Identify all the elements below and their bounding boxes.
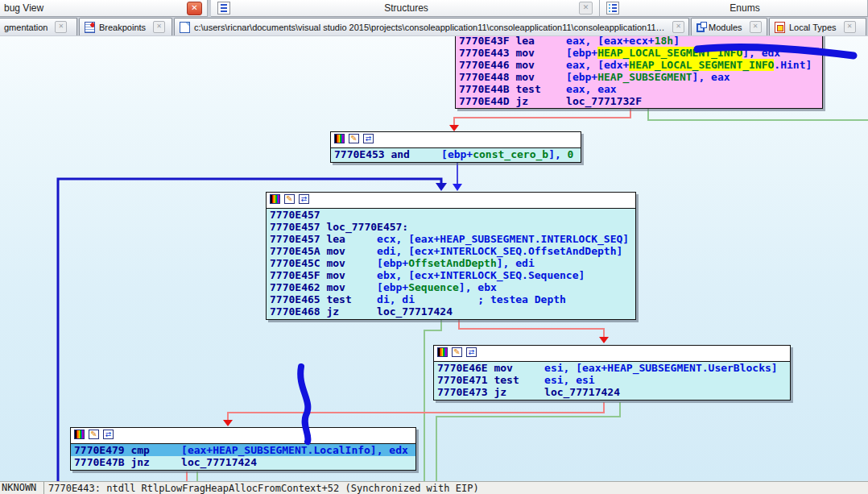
tab-label: c:\users\ricnar\documents\visual studio … bbox=[190, 23, 669, 32]
graph-canvas[interactable]: 7770E43F lea eax, [eax+ecx+18h]7770E443 … bbox=[0, 0, 868, 481]
tab-label: Breakpoints bbox=[95, 23, 150, 32]
tab-local-types[interactable]: Local Types ✕ bbox=[769, 18, 866, 35]
ida-graph-window: 7770E43F lea eax, [eax+ecx+18h]7770E443 … bbox=[0, 0, 868, 494]
document-icon bbox=[180, 22, 190, 33]
tab-label: Modules bbox=[705, 23, 746, 32]
close-icon[interactable]: ✕ bbox=[153, 21, 165, 33]
tab-fragmentation[interactable]: gmentation ✕ bbox=[0, 18, 77, 35]
close-icon[interactable]: ✕ bbox=[844, 21, 856, 33]
close-icon[interactable]: ✕ bbox=[55, 21, 67, 33]
window-tab-label: Structures bbox=[234, 2, 579, 14]
local-types-icon bbox=[775, 22, 785, 33]
tab-label: gmentation bbox=[0, 23, 52, 32]
close-icon[interactable]: ✕ bbox=[672, 21, 684, 33]
marker-stroke-horizontal bbox=[697, 47, 854, 56]
marker-stroke-vertical bbox=[300, 367, 308, 442]
window-tab-label: Enums bbox=[622, 2, 867, 14]
close-icon[interactable]: ✕ bbox=[579, 2, 593, 15]
breakpoints-icon bbox=[85, 22, 95, 33]
close-icon[interactable]: ✕ bbox=[750, 21, 762, 33]
enums-icon bbox=[606, 2, 619, 15]
tab-label: Local Types bbox=[785, 23, 841, 32]
close-icon[interactable]: ✕ bbox=[187, 2, 202, 15]
window-tab-label: bug View bbox=[0, 2, 187, 14]
tab-breakpoints[interactable]: Breakpoints ✕ bbox=[79, 18, 172, 35]
document-tab-bar: gmentation ✕ Breakpoints ✕ c:\users\ricn… bbox=[0, 18, 868, 36]
marker-annotations bbox=[0, 0, 868, 481]
window-tab-debug-view[interactable]: bug View ✕ bbox=[0, 0, 208, 17]
status-bar: NKNOWN 7770E443: ntdll RtlpLowFragHeapAl… bbox=[0, 481, 868, 494]
window-tab-structures[interactable]: Structures ✕ bbox=[211, 0, 600, 17]
tab-source-file[interactable]: c:\users\ricnar\documents\visual studio … bbox=[174, 18, 689, 35]
modules-icon bbox=[696, 23, 705, 32]
tab-modules[interactable]: Modules ✕ bbox=[691, 18, 767, 35]
status-left-segment: NKNOWN bbox=[0, 482, 44, 494]
window-tab-bar: bug View ✕ Structures ✕ Enums bbox=[0, 0, 868, 18]
window-tab-enums[interactable]: Enums bbox=[600, 0, 868, 17]
structures-icon bbox=[217, 2, 230, 15]
status-sync-message: 7770E443: ntdll RtlpLowFragHeapAllocFrom… bbox=[44, 483, 479, 494]
